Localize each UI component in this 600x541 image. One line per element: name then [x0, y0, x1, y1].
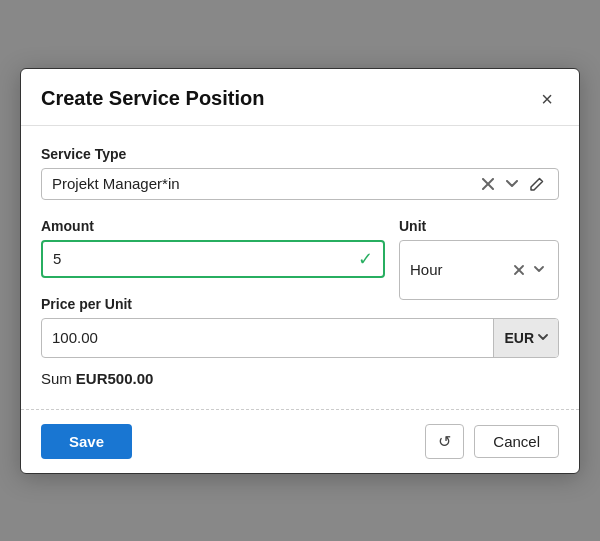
amount-col: Amount ✓ — [41, 218, 385, 278]
amount-valid-icon: ✓ — [358, 248, 373, 270]
reset-button[interactable]: ↺ — [425, 424, 464, 459]
dialog-footer: Save ↺ Cancel — [21, 409, 579, 473]
sum-label: Sum — [41, 370, 72, 387]
service-type-field: Projekt Manager*in — [41, 168, 559, 200]
save-button[interactable]: Save — [41, 424, 132, 459]
amount-input[interactable] — [53, 250, 352, 267]
unit-clear-icon — [514, 265, 524, 275]
unit-clear-button[interactable] — [510, 263, 528, 277]
price-input-wrap: EUR — [41, 318, 559, 358]
create-service-position-dialog: Create Service Position × Service Type P… — [20, 68, 580, 474]
unit-value: Hour — [410, 261, 510, 278]
amount-label: Amount — [41, 218, 385, 234]
unit-chevron-icon — [534, 266, 544, 273]
service-type-label: Service Type — [41, 146, 559, 162]
currency-selector[interactable]: EUR — [493, 319, 558, 357]
amount-unit-row: Amount ✓ Unit Hour — [41, 218, 559, 278]
unit-dropdown-button[interactable] — [530, 264, 548, 275]
price-input[interactable] — [42, 321, 493, 354]
footer-right: ↺ Cancel — [425, 424, 559, 459]
unit-select-wrap: Hour — [399, 240, 559, 300]
sum-value: EUR500.00 — [76, 370, 154, 387]
dialog-header: Create Service Position × — [21, 69, 579, 126]
service-type-edit-button[interactable] — [526, 175, 548, 193]
service-type-dropdown-button[interactable] — [502, 178, 522, 190]
amount-input-wrap: ✓ — [41, 240, 385, 278]
clear-icon — [482, 178, 494, 190]
unit-actions — [510, 263, 548, 277]
close-button[interactable]: × — [535, 87, 559, 111]
reset-icon: ↺ — [438, 432, 451, 451]
currency-chevron-icon — [538, 334, 548, 341]
unit-label: Unit — [399, 218, 559, 234]
dialog-title: Create Service Position — [41, 87, 264, 110]
price-per-unit-row: Price per Unit EUR — [41, 296, 559, 358]
cancel-button[interactable]: Cancel — [474, 425, 559, 458]
chevron-down-icon — [506, 180, 518, 188]
unit-col: Unit Hour — [399, 218, 559, 278]
sum-row: Sum EUR500.00 — [41, 370, 559, 387]
dialog-body: Service Type Projekt Manager*in — [21, 126, 579, 401]
service-type-value: Projekt Manager*in — [52, 175, 478, 192]
currency-value: EUR — [504, 330, 534, 346]
service-type-clear-button[interactable] — [478, 176, 498, 192]
edit-icon — [530, 177, 544, 191]
service-type-actions — [478, 175, 548, 193]
